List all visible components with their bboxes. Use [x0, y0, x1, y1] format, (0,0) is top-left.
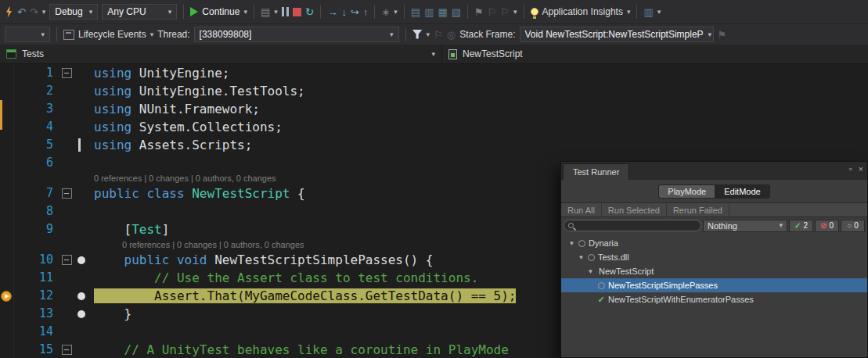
code-line-3[interactable]: 3using NUnit.Framework; — [0, 100, 868, 118]
breakpoint-margin[interactable] — [76, 82, 87, 100]
lifecycle-events-icon[interactable] — [63, 30, 74, 40]
file-scope-dropdown[interactable]: Tests ▾ — [0, 45, 442, 63]
breakpoint-margin[interactable] — [76, 341, 87, 358]
fold-collapse-icon[interactable]: − — [62, 68, 72, 78]
panel-menu-icon[interactable]: ▫ — [849, 165, 852, 174]
test-runner-tab[interactable]: Test Runner — [563, 163, 629, 180]
expander-icon[interactable]: ▼ — [577, 254, 585, 261]
indicator-margin[interactable] — [0, 154, 13, 172]
restart-icon[interactable]: ↻ — [305, 6, 315, 17]
flag-icon[interactable]: ⚑ — [718, 30, 727, 40]
run-all-button[interactable]: Run All — [561, 206, 601, 215]
code-line-4[interactable]: 4using System.Collections; — [0, 118, 868, 136]
telemetry-icon[interactable]: ▥ — [643, 7, 653, 17]
fold-margin[interactable] — [57, 154, 76, 172]
type-scope-dropdown[interactable]: NewTestScript — [442, 45, 868, 63]
magic-wand-icon[interactable]: ∗ — [381, 7, 390, 17]
panel-close-icon[interactable]: × — [859, 165, 863, 174]
breakpoint-margin[interactable] — [76, 118, 87, 136]
breakpoint-margin[interactable] — [76, 220, 87, 238]
filter-icon[interactable] — [412, 30, 423, 40]
code-text[interactable]: using NUnit.Framework; — [87, 100, 868, 118]
fold-margin[interactable] — [57, 287, 76, 305]
code-text[interactable]: using UnityEngine.TestTools; — [87, 82, 868, 100]
previous-bookmark-icon[interactable]: ⚐ — [488, 7, 497, 17]
breakpoint-margin[interactable] — [76, 202, 87, 220]
next-bookmark-icon[interactable]: ⚐ — [500, 7, 510, 17]
fold-margin[interactable]: − — [57, 251, 76, 269]
fold-collapse-icon[interactable]: − — [62, 188, 72, 199]
indicator-margin[interactable] — [0, 64, 13, 82]
code-line-1[interactable]: 1−using UnityEngine; — [0, 64, 868, 82]
flag-outline-icon[interactable]: ⚐ — [434, 30, 443, 40]
fold-margin[interactable] — [57, 202, 76, 220]
fold-collapse-icon[interactable]: − — [62, 255, 72, 265]
indicator-margin[interactable] — [0, 220, 13, 238]
test-tree-item[interactable]: ▼NewTestScript — [561, 264, 867, 278]
test-tree-item[interactable]: NewTestScriptSimplePasses — [561, 278, 867, 292]
breakpoint-margin[interactable] — [76, 269, 87, 287]
chevron-down-icon[interactable]: ▾ — [513, 9, 517, 16]
indicator-margin[interactable] — [0, 202, 13, 220]
show-next-statement-icon[interactable]: → — [327, 7, 337, 17]
indicator-margin[interactable] — [0, 251, 13, 269]
expander-icon[interactable]: ▼ — [586, 268, 595, 275]
breakpoint-margin[interactable] — [76, 136, 87, 154]
fold-margin[interactable] — [57, 100, 76, 118]
indicator-margin[interactable] — [0, 82, 13, 100]
indicator-margin[interactable] — [0, 136, 13, 154]
run-selected-button[interactable]: Run Selected — [602, 206, 666, 215]
application-insights-button[interactable]: Application Insights — [542, 6, 623, 17]
chevron-down-icon[interactable]: ▾ — [274, 9, 278, 16]
breakpoint-margin[interactable] — [76, 323, 87, 341]
panel-title-bar[interactable]: Test Runner ▫ × — [561, 162, 867, 180]
breakpoint-margin[interactable] — [76, 100, 87, 118]
fold-margin[interactable]: − — [57, 341, 76, 358]
process-dropdown[interactable]: ▾ — [5, 27, 50, 42]
breakpoint-margin[interactable] — [76, 287, 87, 305]
rerun-failed-button[interactable]: Rerun Failed — [667, 206, 729, 215]
tab-editmode[interactable]: EditMode — [715, 184, 769, 199]
fold-margin[interactable] — [57, 220, 76, 238]
lifecycle-events-button[interactable]: Lifecycle Events — [78, 29, 146, 40]
stop-debugging-icon[interactable] — [293, 8, 301, 16]
code-text[interactable]: using UnityEngine; — [87, 64, 868, 82]
crosshair-icon[interactable]: ◎ — [447, 30, 456, 40]
indicator-margin[interactable] — [0, 100, 13, 118]
stack-frame-dropdown[interactable]: Void NewTestScript:NewTestScriptSimpleP … — [520, 27, 714, 42]
attach-to-process-icon[interactable]: ▤ — [261, 7, 270, 17]
indicator-margin[interactable] — [0, 305, 13, 323]
fold-margin[interactable]: − — [57, 64, 76, 82]
output-window-icon[interactable]: ▥ — [424, 7, 434, 17]
breakpoint-dot[interactable] — [77, 292, 85, 300]
breakpoint-dot[interactable] — [77, 256, 85, 264]
chevron-down-icon[interactable]: ▾ — [657, 9, 661, 16]
test-tree-item[interactable]: ✓NewTestScriptWithEnumeratorPasses — [561, 292, 867, 306]
passed-filter-toggle[interactable]: ✓ 2 — [789, 220, 813, 232]
bookmark-icon[interactable]: ⚑ — [474, 7, 484, 17]
breakpoint-margin[interactable] — [76, 305, 87, 323]
continue-button[interactable]: Continue ▾ — [190, 6, 247, 17]
debug-target-icon[interactable] — [5, 6, 13, 18]
fold-collapse-icon[interactable]: − — [62, 345, 72, 355]
code-text[interactable]: using System.Collections; — [87, 118, 868, 136]
test-tree-item[interactable]: ▼Dynaria — [561, 236, 867, 250]
indicator-margin[interactable] — [0, 287, 13, 305]
test-tree-item[interactable]: ▼Tests.dll — [561, 250, 867, 264]
breakpoint-margin[interactable] — [76, 184, 87, 202]
navigate-forward-icon[interactable]: ↷ — [30, 7, 38, 17]
expander-icon[interactable]: ▼ — [567, 240, 576, 247]
breakpoint-margin[interactable] — [76, 64, 87, 82]
solution-config-dropdown[interactable]: Debug ▾ — [49, 4, 98, 20]
fold-margin[interactable] — [57, 305, 76, 323]
breakpoints-window-icon[interactable]: ▤ — [411, 7, 420, 17]
fold-margin[interactable] — [57, 136, 76, 154]
indicator-margin[interactable] — [0, 184, 13, 202]
navigation-history-chevron[interactable]: ▾ — [42, 9, 46, 16]
fold-margin[interactable]: − — [57, 184, 76, 202]
breakpoint-margin[interactable] — [76, 154, 87, 172]
fold-margin[interactable] — [57, 118, 76, 136]
chevron-down-icon[interactable]: ▾ — [150, 31, 154, 38]
indicator-margin[interactable] — [0, 269, 13, 287]
immediate-window-icon[interactable]: ▧ — [452, 7, 461, 17]
